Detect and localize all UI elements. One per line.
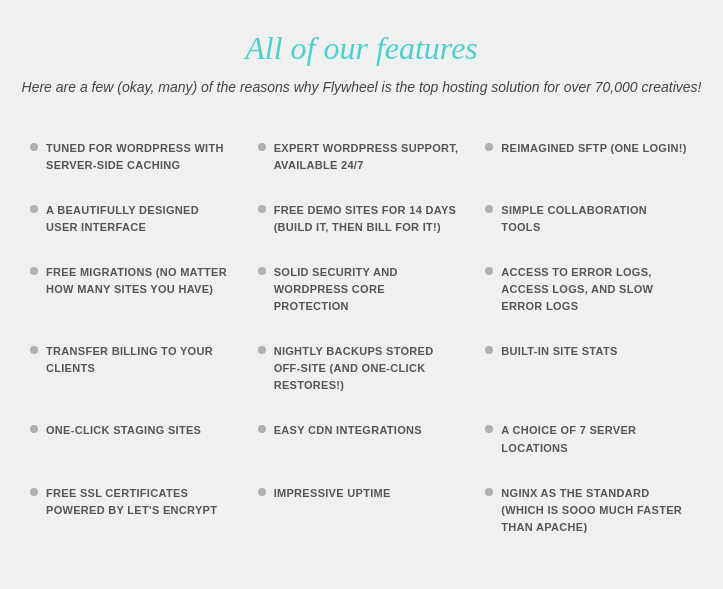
feature-item-col1-3: FREE MIGRATIONS (NO MATTER HOW MANY SITE…: [20, 250, 248, 329]
bullet-icon: [30, 488, 38, 496]
header-section: All of our features Here are a few (okay…: [20, 30, 703, 98]
feature-text: SOLID SECURITY AND WORDPRESS CORE PROTEC…: [274, 264, 460, 315]
bullet-icon: [30, 267, 38, 275]
feature-text: NIGHTLY BACKUPS STORED OFF-SITE (AND ONE…: [274, 343, 460, 394]
feature-item-col1-2: A BEAUTIFULLY DESIGNED USER INTERFACE: [20, 188, 248, 250]
bullet-icon: [258, 267, 266, 275]
bullet-icon: [30, 425, 38, 433]
feature-text: FREE SSL CERTIFICATES POWERED BY LET'S E…: [46, 485, 232, 519]
bullet-icon: [485, 488, 493, 496]
feature-item-col2-1: EXPERT WORDPRESS SUPPORT, AVAILABLE 24/7: [248, 126, 476, 188]
feature-text: A BEAUTIFULLY DESIGNED USER INTERFACE: [46, 202, 232, 236]
bullet-icon: [485, 143, 493, 151]
feature-item-col1-6: FREE SSL CERTIFICATES POWERED BY LET'S E…: [20, 471, 248, 550]
bullet-icon: [258, 346, 266, 354]
bullet-icon: [258, 205, 266, 213]
bullet-icon: [258, 425, 266, 433]
feature-text: ACCESS TO ERROR LOGS, ACCESS LOGS, AND S…: [501, 264, 687, 315]
bullet-icon: [30, 346, 38, 354]
feature-item-col3-4: BUILT-IN SITE STATS: [475, 329, 703, 408]
feature-item-col3-3: ACCESS TO ERROR LOGS, ACCESS LOGS, AND S…: [475, 250, 703, 329]
feature-text: IMPRESSIVE UPTIME: [274, 485, 391, 502]
feature-item-col2-3: SOLID SECURITY AND WORDPRESS CORE PROTEC…: [248, 250, 476, 329]
feature-text: REIMAGINED SFTP (ONE LOGIN!): [501, 140, 686, 157]
feature-text: EASY CDN INTEGRATIONS: [274, 422, 422, 439]
feature-item-col2-6: IMPRESSIVE UPTIME: [248, 471, 476, 550]
feature-text: EXPERT WORDPRESS SUPPORT, AVAILABLE 24/7: [274, 140, 460, 174]
feature-item-col3-5: A CHOICE OF 7 SERVER LOCATIONS: [475, 408, 703, 470]
features-grid: TUNED FOR WORDPRESS WITH SERVER-SIDE CAC…: [20, 126, 703, 550]
bullet-icon: [258, 143, 266, 151]
bullet-icon: [30, 205, 38, 213]
bullet-icon: [485, 205, 493, 213]
feature-item-col2-4: NIGHTLY BACKUPS STORED OFF-SITE (AND ONE…: [248, 329, 476, 408]
feature-item-col2-2: FREE DEMO SITES FOR 14 DAYS (BUILD IT, T…: [248, 188, 476, 250]
bullet-icon: [258, 488, 266, 496]
feature-item-col3-1: REIMAGINED SFTP (ONE LOGIN!): [475, 126, 703, 188]
bullet-icon: [30, 143, 38, 151]
feature-text: TRANSFER BILLING TO YOUR CLIENTS: [46, 343, 232, 377]
feature-item-col1-5: ONE-CLICK STAGING SITES: [20, 408, 248, 470]
feature-text: NGINX AS THE STANDARD (WHICH IS SOOO MUC…: [501, 485, 687, 536]
bullet-icon: [485, 267, 493, 275]
feature-item-col3-2: SIMPLE COLLABORATION TOOLS: [475, 188, 703, 250]
feature-text: A CHOICE OF 7 SERVER LOCATIONS: [501, 422, 687, 456]
page-title: All of our features: [20, 30, 703, 67]
bullet-icon: [485, 346, 493, 354]
page-subtitle: Here are a few (okay, many) of the reaso…: [20, 77, 703, 98]
feature-text: SIMPLE COLLABORATION TOOLS: [501, 202, 687, 236]
feature-item-col1-1: TUNED FOR WORDPRESS WITH SERVER-SIDE CAC…: [20, 126, 248, 188]
feature-text: TUNED FOR WORDPRESS WITH SERVER-SIDE CAC…: [46, 140, 232, 174]
feature-item-col3-6: NGINX AS THE STANDARD (WHICH IS SOOO MUC…: [475, 471, 703, 550]
feature-item-col2-5: EASY CDN INTEGRATIONS: [248, 408, 476, 470]
feature-text: FREE DEMO SITES FOR 14 DAYS (BUILD IT, T…: [274, 202, 460, 236]
bullet-icon: [485, 425, 493, 433]
feature-text: BUILT-IN SITE STATS: [501, 343, 617, 360]
page-container: All of our features Here are a few (okay…: [0, 0, 723, 580]
feature-item-col1-4: TRANSFER BILLING TO YOUR CLIENTS: [20, 329, 248, 408]
feature-text: ONE-CLICK STAGING SITES: [46, 422, 201, 439]
feature-text: FREE MIGRATIONS (NO MATTER HOW MANY SITE…: [46, 264, 232, 298]
